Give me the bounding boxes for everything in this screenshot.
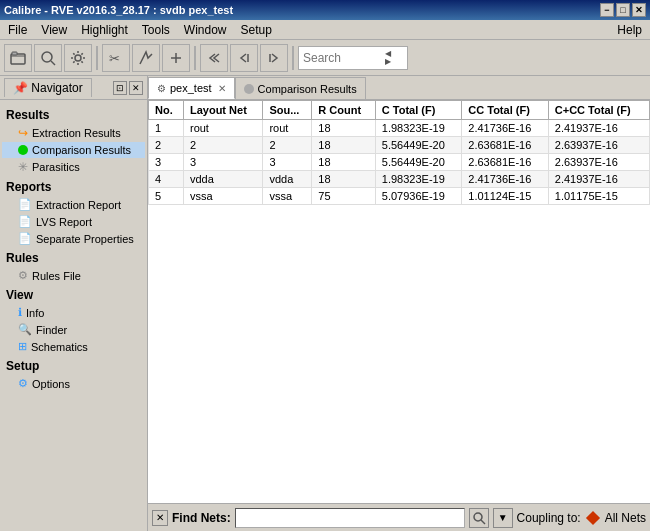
results-table: No. Layout Net Sou... R Count C Total (F… xyxy=(148,100,650,205)
table-row[interactable]: 4vddavdda181.98323E-192.41736E-162.41937… xyxy=(149,171,650,188)
table-cell: 1 xyxy=(149,120,184,137)
menu-help[interactable]: Help xyxy=(611,21,648,39)
table-cell: 1.01124E-15 xyxy=(462,188,549,205)
navigator-tab[interactable]: 📌 Navigator xyxy=(4,78,92,97)
svg-point-2 xyxy=(42,52,52,62)
sidebar-item-rules-file[interactable]: ⚙ Rules File xyxy=(2,267,145,284)
sidebar-item-extraction-results[interactable]: ↪ Extraction Results xyxy=(2,124,145,142)
toolbar-arrow-button[interactable] xyxy=(132,44,160,72)
sidebar-item-separate-properties[interactable]: 📄 Separate Properties xyxy=(2,230,145,247)
find-nets-close-button[interactable]: ✕ xyxy=(152,510,168,526)
toolbar-search-button[interactable] xyxy=(34,44,62,72)
title-bar: Calibre - RVE v2016.3_28.17 : svdb pex_t… xyxy=(0,0,650,20)
toolbar-cut-button[interactable]: ✂ xyxy=(102,44,130,72)
table-cell: 18 xyxy=(312,154,375,171)
table-cell: vssa xyxy=(183,188,262,205)
col-no: No. xyxy=(149,101,184,120)
pex-test-tab-close[interactable]: ✕ xyxy=(218,83,226,94)
menu-file[interactable]: File xyxy=(2,21,33,39)
table-cell: vdda xyxy=(263,171,312,188)
table-cell: 2.41736E-16 xyxy=(462,120,549,137)
toolbar-separator-3 xyxy=(292,46,294,70)
table-cell: 3 xyxy=(149,154,184,171)
table-row[interactable]: 5vssavssa755.07936E-191.01124E-151.01175… xyxy=(149,188,650,205)
find-nets-dropdown-button[interactable]: ▼ xyxy=(493,508,513,528)
find-nets-search-button[interactable] xyxy=(469,508,489,528)
toolbar-next-button[interactable] xyxy=(260,44,288,72)
toolbar-settings-button[interactable] xyxy=(64,44,92,72)
coupling-label: Coupling to: xyxy=(517,511,581,525)
svg-point-8 xyxy=(474,513,482,521)
table-cell: 75 xyxy=(312,188,375,205)
sidebar-close-button[interactable]: ✕ xyxy=(129,81,143,95)
sidebar-controls: ⊡ ✕ xyxy=(113,81,143,95)
sidebar-item-schematics[interactable]: ⊞ Schematics xyxy=(2,338,145,355)
table-cell: 2 xyxy=(149,137,184,154)
maximize-button[interactable]: □ xyxy=(616,3,630,17)
toolbar-open-button[interactable] xyxy=(4,44,32,72)
toolbar-prev-prev-button[interactable] xyxy=(200,44,228,72)
rules-section-title: Rules xyxy=(2,247,145,267)
table-cell: 2 xyxy=(183,137,262,154)
toolbar-separator-1 xyxy=(96,46,98,70)
table-cell: 2.63681E-16 xyxy=(462,154,549,171)
search-next-icon[interactable]: ▶ xyxy=(385,58,391,66)
table-row[interactable]: 222185.56449E-202.63681E-162.63937E-16 xyxy=(149,137,650,154)
find-nets-input[interactable] xyxy=(235,508,465,528)
table-row[interactable]: 333185.56449E-202.63681E-162.63937E-16 xyxy=(149,154,650,171)
sidebar-item-options[interactable]: ⚙ Options xyxy=(2,375,145,392)
table-cell: 3 xyxy=(183,154,262,171)
comparison-results-icon xyxy=(18,145,28,155)
schematics-icon: ⊞ xyxy=(18,340,27,353)
table-cell: vssa xyxy=(263,188,312,205)
sidebar-item-finder[interactable]: 🔍 Finder xyxy=(2,321,145,338)
sidebar-item-parasitics[interactable]: ✳ Parasitics xyxy=(2,158,145,176)
sidebar-item-extraction-report[interactable]: 📄 Extraction Report xyxy=(2,196,145,213)
toolbar-prev-button[interactable] xyxy=(230,44,258,72)
table-cell: 2.63937E-16 xyxy=(548,154,649,171)
table-cell: 3 xyxy=(263,154,312,171)
svg-text:✂: ✂ xyxy=(109,51,120,66)
menu-setup[interactable]: Setup xyxy=(235,21,278,39)
sidebar-detach-button[interactable]: ⊡ xyxy=(113,81,127,95)
menu-tools[interactable]: Tools xyxy=(136,21,176,39)
table-cell: 18 xyxy=(312,120,375,137)
sidebar-item-lvs-report[interactable]: 📄 LVS Report xyxy=(2,213,145,230)
close-window-button[interactable]: ✕ xyxy=(632,3,646,17)
menu-window[interactable]: Window xyxy=(178,21,233,39)
table-cell: rout xyxy=(263,120,312,137)
table-row[interactable]: 1routrout181.98323E-192.41736E-162.41937… xyxy=(149,120,650,137)
lvs-report-icon: 📄 xyxy=(18,215,32,228)
sidebar-item-comparison-results[interactable]: Comparison Results xyxy=(2,142,145,158)
table-cell: 1.98323E-19 xyxy=(375,171,462,188)
table-cell: 5.56449E-20 xyxy=(375,154,462,171)
main-content: 📌 Navigator ⊡ ✕ Results ↪ Extraction Res… xyxy=(0,76,650,531)
toolbar-separator-2 xyxy=(194,46,196,70)
tab-pex-test[interactable]: ⚙ pex_test ✕ xyxy=(148,77,235,99)
menu-highlight[interactable]: Highlight xyxy=(75,21,134,39)
view-section-title: View xyxy=(2,284,145,304)
table-cell: 18 xyxy=(312,137,375,154)
finder-icon: 🔍 xyxy=(18,323,32,336)
table-container: No. Layout Net Sou... R Count C Total (F… xyxy=(148,100,650,503)
table-cell: 2 xyxy=(263,137,312,154)
toolbar-nav-button[interactable] xyxy=(162,44,190,72)
sidebar-item-info[interactable]: ℹ Info xyxy=(2,304,145,321)
find-nets-label: Find Nets: xyxy=(172,511,231,525)
extraction-results-icon: ↪ xyxy=(18,126,28,140)
search-input[interactable] xyxy=(303,51,383,65)
rules-file-icon: ⚙ xyxy=(18,269,28,282)
svg-point-4 xyxy=(75,55,81,61)
results-section-title: Results xyxy=(2,104,145,124)
table-cell: 5.07936E-19 xyxy=(375,188,462,205)
extraction-report-icon: 📄 xyxy=(18,198,32,211)
col-r-count: R Count xyxy=(312,101,375,120)
menu-bar: File View Highlight Tools Window Setup H… xyxy=(0,20,650,40)
col-c-total: C Total (F) xyxy=(375,101,462,120)
minimize-button[interactable]: − xyxy=(600,3,614,17)
menu-view[interactable]: View xyxy=(35,21,73,39)
tab-comparison-results[interactable]: Comparison Results xyxy=(235,77,366,99)
col-cc-total: CC Total (F) xyxy=(462,101,549,120)
svg-line-9 xyxy=(481,520,485,524)
table-cell: 2.41937E-16 xyxy=(548,171,649,188)
